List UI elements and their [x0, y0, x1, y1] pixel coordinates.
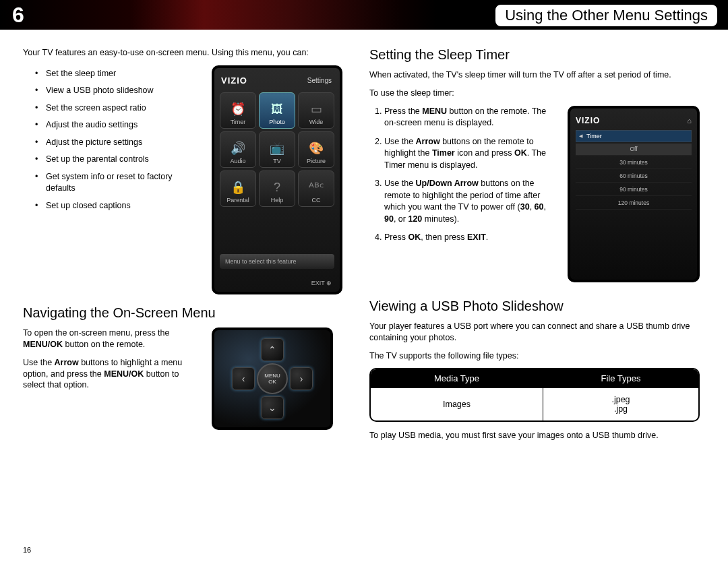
td-filetypes: .jpeg .jpg — [543, 387, 698, 420]
help-icon: ? — [274, 181, 280, 195]
menu-cell-audio: 🔊Audio — [220, 131, 256, 168]
chapter-title: Using the Other Menu Settings — [494, 3, 719, 28]
timer-opt: Off — [576, 144, 692, 156]
timer-header: Timer — [576, 130, 692, 142]
menu-hint: Menu to select this feature — [220, 254, 334, 269]
feature-list: Set the sleep timer View a USB photo sli… — [46, 68, 200, 212]
exit-label: EXIT — [311, 280, 332, 286]
tv-icon: 📺 — [270, 141, 284, 156]
sleep-heading: Setting the Sleep Timer — [369, 47, 700, 63]
list-item: Get system info or reset to factory defa… — [46, 171, 200, 195]
step-4: Press OK, then press EXIT. — [384, 232, 557, 244]
list-item: Set the screen aspect ratio — [46, 102, 200, 115]
dpad-screenshot: ⌃ ⌄ ‹ › MENU OK — [212, 327, 333, 430]
dpad-down-icon: ⌄ — [261, 396, 284, 419]
timer-opt: 90 minutes — [576, 184, 692, 196]
list-item: View a USB photo slideshow — [46, 85, 200, 97]
usb-p1: Your player features a USB port where yo… — [369, 321, 700, 344]
speaker-icon: 🔊 — [231, 141, 245, 156]
wide-icon: ▭ — [311, 102, 322, 117]
left-column: Your TV features an easy-to-use on-scree… — [23, 47, 345, 448]
dpad-center: MENU OK — [257, 363, 288, 394]
lock-icon: 🔒 — [231, 180, 245, 195]
timer-opt: 30 minutes — [576, 157, 692, 169]
dpad-up-icon: ⌃ — [261, 338, 284, 361]
timer-opt: 120 minutes — [576, 197, 692, 210]
menu-cell-cc: ᴬᴮᶜCC — [298, 170, 334, 207]
th-file-types: File Types — [543, 369, 698, 387]
step-3: Use the Up/Down Arrow buttons on the rem… — [384, 178, 557, 225]
list-item: Adjust the picture settings — [46, 137, 200, 149]
page-number: 16 — [23, 546, 31, 554]
list-item: Set the sleep timer — [46, 68, 200, 80]
menu-cell-timer: ⏰Timer — [220, 92, 256, 129]
dpad-left-icon: ‹ — [232, 367, 255, 390]
file-types-table: Media Type File Types Images .jpeg .jpg — [369, 368, 700, 422]
menu-cell-photo: 🖼Photo — [259, 92, 295, 129]
chapter-number: 6 — [12, 3, 24, 28]
right-column: Setting the Sleep Timer When activated, … — [369, 47, 700, 448]
th-media-type: Media Type — [371, 369, 543, 387]
intro-text: Your TV features an easy-to-use on-scree… — [23, 47, 345, 59]
vizio-logo: VIZIO — [576, 116, 600, 125]
sleep-lead: To use the sleep timer: — [369, 88, 700, 99]
usb-p2: The TV supports the following file types… — [369, 350, 700, 362]
usb-heading: Viewing a USB Photo Slideshow — [369, 299, 700, 314]
cc-icon: ᴬᴮᶜ — [309, 180, 324, 195]
clock-icon: ⏰ — [231, 102, 245, 117]
nav-heading: Navigating the On-Screen Menu — [23, 305, 345, 321]
usb-p3: To play USB media, you must first save y… — [369, 430, 700, 441]
timer-opt: 60 minutes — [576, 170, 692, 183]
photo-icon: 🖼 — [271, 102, 283, 117]
settings-heading: Settings — [307, 77, 332, 84]
step-2: Use the Arrow buttons on the remote to h… — [384, 136, 557, 172]
settings-menu-screenshot: VIZIO Settings ⏰Timer 🖼Photo ▭Wide 🔊Audi… — [212, 65, 342, 294]
timer-menu-screenshot: VIZIO ⌂ Timer Off 30 minutes 60 minutes … — [568, 106, 700, 282]
menu-cell-picture: 🎨Picture — [298, 131, 334, 168]
chapter-header: 6 Using the Other Menu Settings — [0, 0, 728, 30]
vizio-logo: VIZIO — [221, 75, 247, 86]
list-item: Adjust the audio settings — [46, 119, 200, 131]
menu-cell-help: ?Help — [259, 170, 295, 207]
step-1: Press the MENU button on the remote. The… — [384, 106, 557, 129]
dpad-right-icon: › — [290, 367, 313, 390]
menu-cell-wide: ▭Wide — [298, 92, 334, 129]
sleep-intro: When activated, the TV's sleep timer wil… — [369, 69, 700, 81]
nav-p2: Use the Arrow buttons to highlight a men… — [23, 357, 200, 392]
list-item: Set up closed captions — [46, 200, 200, 212]
td-media: Images — [371, 387, 543, 420]
menu-cell-parental: 🔒Parental — [220, 170, 256, 207]
menu-cell-tv: 📺TV — [259, 131, 295, 168]
picture-icon: 🎨 — [309, 141, 324, 156]
home-icon: ⌂ — [687, 117, 692, 125]
nav-p1: To open the on-screen menu, press the ME… — [23, 327, 200, 350]
list-item: Set up the parental controls — [46, 154, 200, 166]
sleep-steps: Press the MENU button on the remote. The… — [384, 106, 557, 244]
